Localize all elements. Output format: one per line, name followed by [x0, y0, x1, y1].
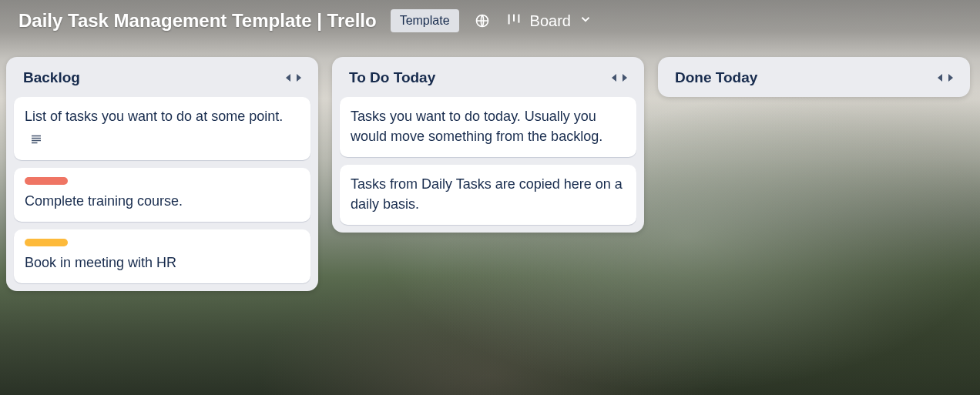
- list-header: Backlog: [14, 65, 310, 89]
- view-switcher[interactable]: Board: [505, 11, 592, 31]
- board-title[interactable]: Daily Task Management Template | Trello: [18, 10, 377, 32]
- globe-icon[interactable]: [473, 12, 492, 30]
- card-text: Tasks you want to do today. Usually you …: [351, 106, 626, 146]
- board-view-icon: [505, 11, 522, 31]
- collapse-list-icon[interactable]: [936, 72, 955, 84]
- list-title[interactable]: Backlog: [23, 69, 80, 86]
- card[interactable]: List of tasks you want to do at some poi…: [14, 97, 310, 160]
- list-title[interactable]: Done Today: [675, 69, 757, 86]
- chevron-down-icon: [579, 12, 592, 29]
- list-title[interactable]: To Do Today: [349, 69, 435, 86]
- board-canvas: Backlog List of tasks you want to do at …: [0, 46, 980, 291]
- card-label-red[interactable]: [25, 177, 68, 185]
- card[interactable]: Tasks from Daily Tasks are copied here o…: [340, 165, 636, 225]
- view-label: Board: [530, 12, 571, 30]
- list-done-today: Done Today: [658, 57, 970, 97]
- card-text: List of tasks you want to do at some poi…: [25, 106, 300, 126]
- list-header: To Do Today: [340, 65, 636, 89]
- description-icon: [25, 132, 300, 149]
- card-text: Book in meeting with HR: [25, 253, 300, 273]
- list-header: Done Today: [666, 65, 962, 89]
- card[interactable]: Book in meeting with HR: [14, 229, 310, 283]
- collapse-list-icon[interactable]: [284, 72, 303, 84]
- card-label-orange[interactable]: [25, 239, 68, 246]
- board-header: Daily Task Management Template | Trello …: [0, 0, 980, 46]
- card[interactable]: Tasks you want to do today. Usually you …: [340, 97, 636, 157]
- card-text: Tasks from Daily Tasks are copied here o…: [351, 174, 626, 214]
- collapse-list-icon[interactable]: [610, 72, 629, 84]
- card[interactable]: Complete training course.: [14, 168, 310, 222]
- list-backlog: Backlog List of tasks you want to do at …: [6, 57, 318, 291]
- list-todo-today: To Do Today Tasks you want to do today. …: [332, 57, 644, 233]
- card-text: Complete training course.: [25, 191, 300, 211]
- template-badge[interactable]: Template: [391, 9, 459, 32]
